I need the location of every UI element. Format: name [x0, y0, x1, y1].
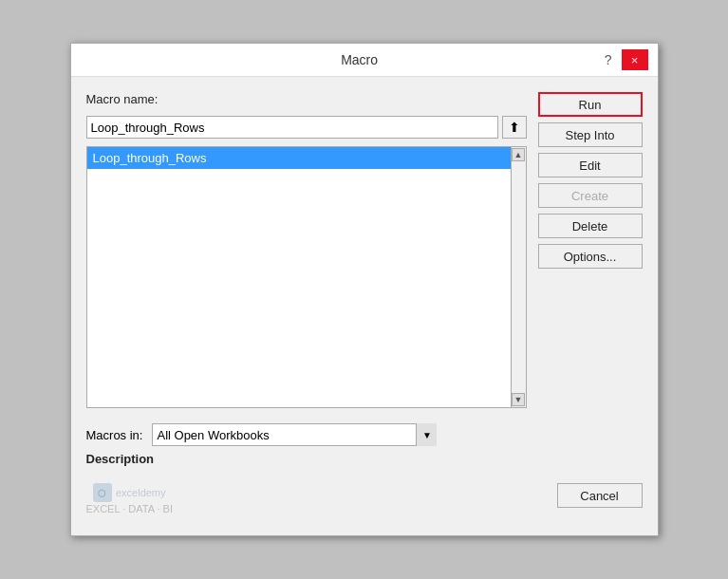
- upload-button[interactable]: ⬆: [502, 116, 527, 139]
- description-label: Description: [86, 452, 643, 466]
- macro-name-input[interactable]: [86, 116, 498, 139]
- macros-in-row: Macros in: All Open Workbooks This Workb…: [86, 423, 643, 446]
- title-bar: Macro ? ×: [71, 44, 658, 77]
- macro-name-row: ⬆: [86, 116, 527, 139]
- dialog-title: Macro: [119, 52, 601, 67]
- delete-button[interactable]: Delete: [538, 214, 643, 238]
- close-button[interactable]: ×: [622, 49, 648, 70]
- scroll-down-arrow[interactable]: ▼: [512, 393, 525, 406]
- footer: ⬡ exceldemy EXCEL · DATA · BI Cancel: [71, 476, 658, 535]
- macros-in-label: Macros in:: [86, 428, 143, 442]
- right-panel: Run Step Into Edit Create Delete Options…: [538, 92, 643, 408]
- brand-subtitle: EXCEL · DATA · BI: [86, 503, 174, 514]
- dialog-body: Macro name: ⬆ Loop_through_Rows ▲ ▼ Run: [71, 77, 658, 423]
- brand-name: exceldemy: [116, 487, 166, 498]
- brand-icon: ⬡: [93, 483, 112, 502]
- macro-list-item[interactable]: Loop_through_Rows: [87, 147, 511, 169]
- macro-list: Loop_through_Rows: [87, 147, 511, 407]
- run-button[interactable]: Run: [538, 92, 643, 117]
- macro-name-label: Macro name:: [86, 92, 527, 106]
- scrollbar: ▲ ▼: [511, 147, 526, 407]
- macros-in-select-wrapper: All Open Workbooks This Workbook ▼: [152, 423, 437, 446]
- step-into-button[interactable]: Step Into: [538, 122, 643, 147]
- macros-in-select[interactable]: All Open Workbooks This Workbook: [152, 423, 437, 446]
- title-bar-controls: ? ×: [601, 49, 648, 70]
- upload-icon: ⬆: [509, 120, 520, 135]
- scroll-up-arrow[interactable]: ▲: [512, 148, 525, 161]
- options-button[interactable]: Options...: [538, 244, 643, 269]
- macro-list-container: Loop_through_Rows ▲ ▼: [86, 146, 527, 408]
- help-button[interactable]: ?: [601, 52, 616, 67]
- watermark-logo: ⬡ exceldemy: [93, 483, 166, 502]
- edit-button[interactable]: Edit: [538, 153, 643, 177]
- macro-dialog: Macro ? × Macro name: ⬆ Loop_through_Row…: [70, 43, 659, 536]
- cancel-button[interactable]: Cancel: [557, 483, 643, 508]
- bottom-section: Macros in: All Open Workbooks This Workb…: [71, 423, 658, 476]
- create-button[interactable]: Create: [538, 183, 643, 208]
- watermark: ⬡ exceldemy EXCEL · DATA · BI: [86, 483, 174, 522]
- step-into-label: Step Into: [565, 128, 614, 142]
- left-panel: Macro name: ⬆ Loop_through_Rows ▲ ▼: [86, 92, 527, 408]
